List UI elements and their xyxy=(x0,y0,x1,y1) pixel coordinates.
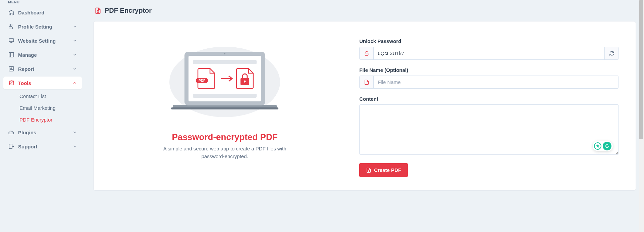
illustration-heading: Password-encrypted PDF xyxy=(172,132,278,142)
sidebar-item-manage[interactable]: Manage xyxy=(3,48,82,61)
sidebar-item-label: Support xyxy=(18,144,38,149)
chevron-down-icon xyxy=(72,144,77,149)
sidebar-item-label: Profile Setting xyxy=(18,24,52,30)
grammarly-logo-icon: G xyxy=(603,142,611,150)
chevron-down-icon xyxy=(72,52,77,57)
create-pdf-button[interactable]: Create PDF xyxy=(359,163,408,177)
password-label: Unlock Password xyxy=(359,38,619,44)
sidebar-item-profile-setting[interactable]: Profile Setting xyxy=(3,20,82,33)
create-pdf-button-label: Create PDF xyxy=(374,167,401,173)
svg-point-4 xyxy=(12,28,13,29)
content-group: Content G xyxy=(359,96,619,156)
form-column: Unlock Password File Name (Optional) xyxy=(359,38,619,177)
sliders-icon xyxy=(8,24,15,30)
filename-input[interactable] xyxy=(374,76,619,88)
page-header: PDF Encryptor xyxy=(93,0,636,21)
filename-group: File Name (Optional) xyxy=(359,67,619,89)
sidebar-item-report[interactable]: Report xyxy=(3,62,82,75)
svg-rect-16 xyxy=(97,11,99,12)
content-label: Content xyxy=(359,96,619,102)
monitor-icon xyxy=(8,38,15,44)
pencil-icon xyxy=(8,80,15,86)
lock-icon xyxy=(360,47,374,59)
filename-label: File Name (Optional) xyxy=(359,67,619,73)
chevron-down-icon xyxy=(72,38,77,43)
chevron-down-icon xyxy=(72,66,77,71)
grammarly-badge[interactable]: G xyxy=(593,141,613,151)
main-card: PDF xyxy=(93,21,636,191)
menu-heading: MENU xyxy=(3,0,82,6)
chevron-up-icon xyxy=(72,81,77,85)
sidebar-item-label: Manage xyxy=(18,52,37,58)
password-input-group xyxy=(359,47,619,60)
password-group: Unlock Password xyxy=(359,38,619,60)
svg-point-22 xyxy=(224,53,225,54)
file-icon xyxy=(360,76,374,88)
exit-icon xyxy=(8,143,15,149)
layout-icon xyxy=(8,52,15,58)
sidebar-item-label: Plugins xyxy=(18,130,36,135)
chevron-down-icon xyxy=(72,130,77,135)
tools-submenu: Contact List Email Marketing PDF Encrypt… xyxy=(3,91,82,125)
sidebar-subitem-pdf-encryptor[interactable]: PDF Encryptor xyxy=(15,114,82,125)
svg-rect-31 xyxy=(365,53,368,55)
sidebar-item-label: Website Setting xyxy=(18,38,56,44)
regenerate-button[interactable] xyxy=(604,47,619,59)
svg-text:PDF: PDF xyxy=(199,79,205,83)
sidebar-item-label: Dashboard xyxy=(18,10,44,15)
home-icon xyxy=(8,9,15,15)
scrollbar-thumb[interactable] xyxy=(639,0,643,139)
sidebar-item-tools[interactable]: Tools xyxy=(3,77,82,89)
svg-rect-5 xyxy=(9,39,14,42)
grammarly-status-icon xyxy=(594,142,601,150)
sidebar: MENU Dashboard Profile Setting Website S… xyxy=(0,0,85,232)
illustration-column: PDF xyxy=(110,38,339,177)
svg-point-3 xyxy=(10,25,11,26)
password-input[interactable] xyxy=(374,47,604,59)
chevron-down-icon xyxy=(72,24,77,29)
svg-rect-24 xyxy=(193,94,257,98)
content-textarea[interactable] xyxy=(359,104,619,155)
svg-rect-15 xyxy=(9,144,12,149)
svg-rect-8 xyxy=(9,52,14,57)
main-content: PDF Encryptor xyxy=(85,0,644,232)
page-title: PDF Encryptor xyxy=(105,7,152,14)
sidebar-subitem-email-marketing[interactable]: Email Marketing xyxy=(15,102,82,113)
sidebar-item-label: Tools xyxy=(18,80,31,86)
sidebar-subitem-contact-list[interactable]: Contact List xyxy=(15,91,82,102)
sidebar-item-support[interactable]: Support xyxy=(3,140,82,153)
content-textarea-wrap: G xyxy=(359,104,619,156)
cloud-icon xyxy=(8,129,15,135)
sidebar-item-dashboard[interactable]: Dashboard xyxy=(3,6,82,19)
sidebar-item-label: Report xyxy=(18,66,34,72)
sidebar-item-plugins[interactable]: Plugins xyxy=(3,126,82,139)
file-export-icon xyxy=(366,168,371,173)
svg-rect-23 xyxy=(193,60,257,64)
illustration-subtext: A simple and secure web app to create a … xyxy=(154,145,295,160)
laptop-pdf-lock-illustration-icon: PDF xyxy=(161,42,288,120)
barchart-icon xyxy=(8,66,15,72)
filename-input-group xyxy=(359,76,619,89)
svg-rect-19 xyxy=(171,107,278,109)
sidebar-item-website-setting[interactable]: Website Setting xyxy=(3,34,82,47)
file-lock-icon xyxy=(95,7,101,14)
vertical-scrollbar[interactable] xyxy=(639,0,644,232)
